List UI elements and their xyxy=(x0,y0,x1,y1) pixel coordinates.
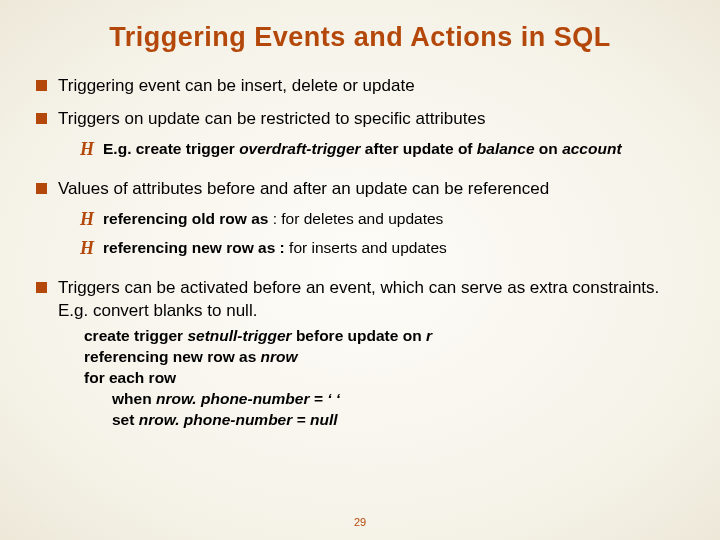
code-line-4: when nrow. phone-number = ‘ ‘ xyxy=(112,389,684,410)
text-italic: = ‘ ‘ xyxy=(309,390,340,407)
bullet-3-sub-1: H referencing old row as : for deletes a… xyxy=(80,209,684,230)
text-italic: overdraft-trigger xyxy=(239,140,360,157)
text-italic: balance xyxy=(477,140,535,157)
square-bullet-icon xyxy=(36,282,47,293)
bullet-3-content: Values of attributes before and after an… xyxy=(58,178,684,267)
text-italic: account xyxy=(562,140,621,157)
text-fragment: referencing new row as xyxy=(84,348,261,365)
text-italic: r xyxy=(426,327,432,344)
text-italic: nrow. phone-number xyxy=(156,390,310,407)
bullet-3: Values of attributes before and after an… xyxy=(36,178,684,267)
bullet-1-text: Triggering event can be insert, delete o… xyxy=(58,75,684,98)
slide: Triggering Events and Actions in SQL Tri… xyxy=(0,0,720,540)
script-h-icon: H xyxy=(80,239,94,259)
bullet-3-sub-1-text: referencing old row as : for deletes and… xyxy=(103,209,684,230)
square-bullet-icon xyxy=(36,80,47,91)
code-line-3: for each row xyxy=(84,368,684,389)
bullet-2-sublist: H E.g. create trigger overdraft-trigger … xyxy=(58,139,684,160)
bullet-3-sub-2-text: referencing new row as : for inserts and… xyxy=(103,238,684,259)
bullet-1: Triggering event can be insert, delete o… xyxy=(36,75,684,98)
bullet-3-sublist: H referencing old row as : for deletes a… xyxy=(58,209,684,259)
text-italic: nrow. phone-number xyxy=(139,411,293,428)
text-fragment: before update on xyxy=(292,327,426,344)
text-plain: : for deletes and updates xyxy=(273,210,444,227)
text-plain: for inserts and updates xyxy=(289,239,447,256)
text-fragment: create trigger xyxy=(84,327,187,344)
text-fragment: on xyxy=(535,140,563,157)
bullet-4-content: Triggers can be activated before an even… xyxy=(58,277,684,431)
text-fragment: referencing new row as : xyxy=(103,239,289,256)
bullet-3-sub-2: H referencing new row as : for inserts a… xyxy=(80,238,684,259)
bullet-3-text: Values of attributes before and after an… xyxy=(58,179,549,198)
bullet-2: Triggers on update can be restricted to … xyxy=(36,108,684,168)
script-h-icon: H xyxy=(80,140,94,160)
bullet-4-text: Triggers can be activated before an even… xyxy=(58,278,659,320)
text-fragment: E.g. create trigger xyxy=(103,140,239,157)
code-line-1: create trigger setnull-trigger before up… xyxy=(84,326,684,347)
text-fragment: after update of xyxy=(361,140,477,157)
text-italic: = null xyxy=(292,411,337,428)
text-fragment: referencing old row as xyxy=(103,210,273,227)
text-italic: nrow xyxy=(261,348,298,365)
bullet-2-text: Triggers on update can be restricted to … xyxy=(58,109,485,128)
bullet-4: Triggers can be activated before an even… xyxy=(36,277,684,431)
code-line-2: referencing new row as nrow xyxy=(84,347,684,368)
code-line-5: set nrow. phone-number = null xyxy=(112,410,684,431)
slide-title: Triggering Events and Actions in SQL xyxy=(36,22,684,53)
bullet-2-content: Triggers on update can be restricted to … xyxy=(58,108,684,168)
bullet-2-sub-1: H E.g. create trigger overdraft-trigger … xyxy=(80,139,684,160)
page-number: 29 xyxy=(0,516,720,528)
text-fragment: when xyxy=(112,390,156,407)
text-italic: setnull-trigger xyxy=(187,327,291,344)
code-block: create trigger setnull-trigger before up… xyxy=(84,326,684,431)
bullet-list: Triggering event can be insert, delete o… xyxy=(36,75,684,431)
text-fragment: set xyxy=(112,411,139,428)
bullet-2-sub-1-text: E.g. create trigger overdraft-trigger af… xyxy=(103,139,684,160)
script-h-icon: H xyxy=(80,210,94,230)
square-bullet-icon xyxy=(36,113,47,124)
square-bullet-icon xyxy=(36,183,47,194)
